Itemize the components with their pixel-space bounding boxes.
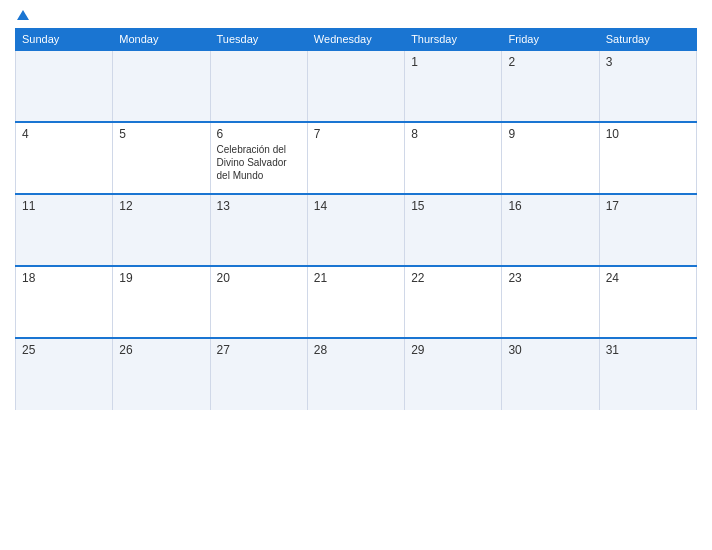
day-number: 19 <box>119 271 203 285</box>
day-number: 28 <box>314 343 398 357</box>
day-number: 30 <box>508 343 592 357</box>
calendar-cell: 9 <box>502 122 599 194</box>
day-number: 10 <box>606 127 690 141</box>
calendar-cell: 23 <box>502 266 599 338</box>
day-number: 29 <box>411 343 495 357</box>
day-number: 15 <box>411 199 495 213</box>
day-number: 6 <box>217 127 301 141</box>
calendar-cell: 20 <box>210 266 307 338</box>
day-number: 18 <box>22 271 106 285</box>
day-number: 4 <box>22 127 106 141</box>
weekday-row: SundayMondayTuesdayWednesdayThursdayFrid… <box>16 29 697 51</box>
week-row-1: 456Celebración del Divino Salvador del M… <box>16 122 697 194</box>
week-row-0: 123 <box>16 50 697 122</box>
calendar-cell: 8 <box>405 122 502 194</box>
calendar-cell: 12 <box>113 194 210 266</box>
day-number: 22 <box>411 271 495 285</box>
calendar-page: SundayMondayTuesdayWednesdayThursdayFrid… <box>0 0 712 550</box>
calendar-cell: 27 <box>210 338 307 410</box>
day-number: 31 <box>606 343 690 357</box>
calendar-table: SundayMondayTuesdayWednesdayThursdayFrid… <box>15 28 697 410</box>
calendar-cell: 16 <box>502 194 599 266</box>
event-label: Celebración del Divino Salvador del Mund… <box>217 143 301 182</box>
day-number: 16 <box>508 199 592 213</box>
day-number: 23 <box>508 271 592 285</box>
calendar-cell: 4 <box>16 122 113 194</box>
calendar-cell: 5 <box>113 122 210 194</box>
calendar-cell: 28 <box>307 338 404 410</box>
weekday-header-thursday: Thursday <box>405 29 502 51</box>
calendar-cell: 29 <box>405 338 502 410</box>
calendar-cell: 14 <box>307 194 404 266</box>
day-number: 11 <box>22 199 106 213</box>
calendar-cell: 11 <box>16 194 113 266</box>
calendar-cell <box>210 50 307 122</box>
calendar-cell: 1 <box>405 50 502 122</box>
calendar-cell: 6Celebración del Divino Salvador del Mun… <box>210 122 307 194</box>
calendar-cell: 30 <box>502 338 599 410</box>
calendar-cell: 3 <box>599 50 696 122</box>
day-number: 3 <box>606 55 690 69</box>
calendar-cell: 26 <box>113 338 210 410</box>
day-number: 13 <box>217 199 301 213</box>
calendar-header: SundayMondayTuesdayWednesdayThursdayFrid… <box>16 29 697 51</box>
calendar-cell: 22 <box>405 266 502 338</box>
calendar-cell: 25 <box>16 338 113 410</box>
calendar-cell: 18 <box>16 266 113 338</box>
calendar-cell: 31 <box>599 338 696 410</box>
day-number: 17 <box>606 199 690 213</box>
day-number: 8 <box>411 127 495 141</box>
calendar-body: 123456Celebración del Divino Salvador de… <box>16 50 697 410</box>
day-number: 24 <box>606 271 690 285</box>
calendar-cell: 24 <box>599 266 696 338</box>
calendar-cell: 17 <box>599 194 696 266</box>
calendar-cell <box>307 50 404 122</box>
calendar-cell: 2 <box>502 50 599 122</box>
weekday-header-friday: Friday <box>502 29 599 51</box>
week-row-3: 18192021222324 <box>16 266 697 338</box>
day-number: 5 <box>119 127 203 141</box>
weekday-header-tuesday: Tuesday <box>210 29 307 51</box>
week-row-4: 25262728293031 <box>16 338 697 410</box>
logo <box>15 10 29 20</box>
day-number: 27 <box>217 343 301 357</box>
weekday-header-wednesday: Wednesday <box>307 29 404 51</box>
calendar-cell: 10 <box>599 122 696 194</box>
day-number: 26 <box>119 343 203 357</box>
week-row-2: 11121314151617 <box>16 194 697 266</box>
day-number: 25 <box>22 343 106 357</box>
calendar-cell <box>16 50 113 122</box>
day-number: 21 <box>314 271 398 285</box>
calendar-cell: 7 <box>307 122 404 194</box>
day-number: 7 <box>314 127 398 141</box>
weekday-header-sunday: Sunday <box>16 29 113 51</box>
calendar-cell: 13 <box>210 194 307 266</box>
day-number: 9 <box>508 127 592 141</box>
day-number: 20 <box>217 271 301 285</box>
day-number: 14 <box>314 199 398 213</box>
calendar-cell: 15 <box>405 194 502 266</box>
logo-triangle-icon <box>17 10 29 20</box>
day-number: 2 <box>508 55 592 69</box>
day-number: 1 <box>411 55 495 69</box>
weekday-header-monday: Monday <box>113 29 210 51</box>
calendar-cell <box>113 50 210 122</box>
weekday-header-saturday: Saturday <box>599 29 696 51</box>
header <box>15 10 697 20</box>
calendar-cell: 19 <box>113 266 210 338</box>
day-number: 12 <box>119 199 203 213</box>
calendar-cell: 21 <box>307 266 404 338</box>
